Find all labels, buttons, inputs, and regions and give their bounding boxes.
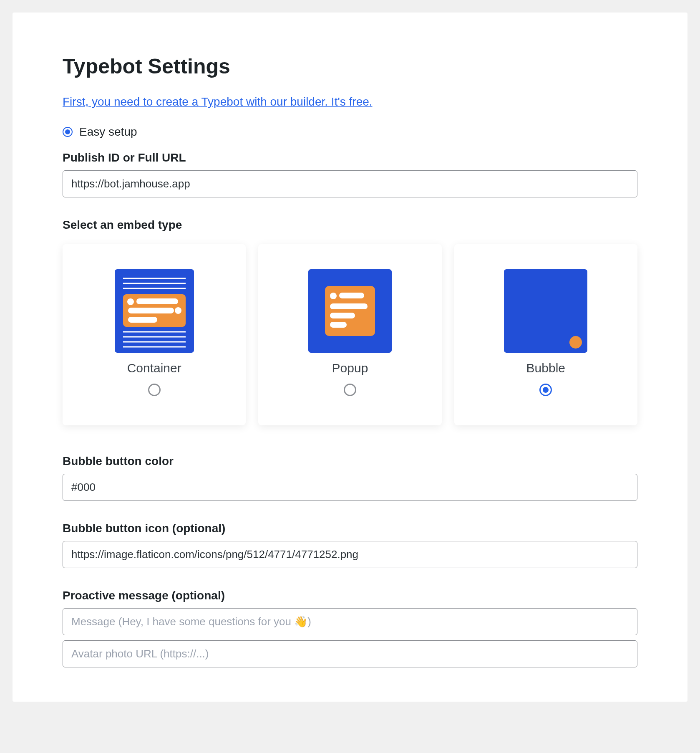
svg-rect-6 [136, 298, 178, 304]
svg-rect-9 [128, 317, 157, 323]
bubble-icon-input[interactable] [63, 541, 637, 568]
container-icon [113, 269, 196, 353]
setup-mode-label: Easy setup [79, 125, 137, 139]
bubble-icon-block: Bubble button icon (optional) [63, 522, 637, 585]
embed-radio-icon [148, 384, 161, 396]
embed-type-label: Select an embed type [63, 218, 637, 232]
embed-option-label: Bubble [526, 361, 565, 375]
embed-type-options: Container Popup [63, 244, 637, 425]
embed-option-bubble[interactable]: Bubble [454, 244, 637, 425]
embed-option-container[interactable]: Container [63, 244, 246, 425]
publish-id-label: Publish ID or Full URL [63, 151, 637, 164]
svg-rect-18 [330, 303, 368, 309]
embed-radio-icon [344, 384, 356, 396]
bubble-color-input[interactable] [63, 474, 637, 501]
page-title: Typebot Settings [63, 54, 637, 78]
popup-icon [308, 269, 392, 353]
embed-option-popup[interactable]: Popup [258, 244, 441, 425]
svg-point-5 [127, 298, 134, 305]
radio-icon [63, 127, 73, 137]
setup-mode-radio[interactable]: Easy setup [63, 125, 637, 139]
svg-point-8 [175, 307, 181, 314]
bubble-icon-label: Bubble button icon (optional) [63, 522, 637, 535]
embed-option-label: Popup [332, 361, 368, 375]
svg-point-22 [569, 336, 582, 349]
bubble-color-block: Bubble button color [63, 455, 637, 518]
publish-id-input[interactable] [63, 170, 637, 197]
publish-id-field-block: Publish ID or Full URL [63, 151, 637, 214]
proactive-block: Proactive message (optional) [63, 589, 637, 672]
svg-rect-20 [330, 322, 347, 328]
proactive-label: Proactive message (optional) [63, 589, 637, 602]
create-typebot-link[interactable]: First, you need to create a Typebot with… [63, 95, 373, 109]
svg-rect-19 [330, 313, 355, 318]
svg-rect-17 [339, 293, 364, 298]
proactive-avatar-input[interactable] [63, 640, 637, 667]
svg-rect-7 [128, 308, 174, 313]
settings-card: Typebot Settings First, you need to crea… [13, 13, 687, 702]
embed-radio-icon [539, 384, 552, 396]
proactive-message-input[interactable] [63, 608, 637, 635]
bubble-color-label: Bubble button color [63, 455, 637, 468]
embed-option-label: Container [127, 361, 181, 375]
svg-point-16 [330, 293, 337, 299]
bubble-icon [504, 269, 587, 353]
